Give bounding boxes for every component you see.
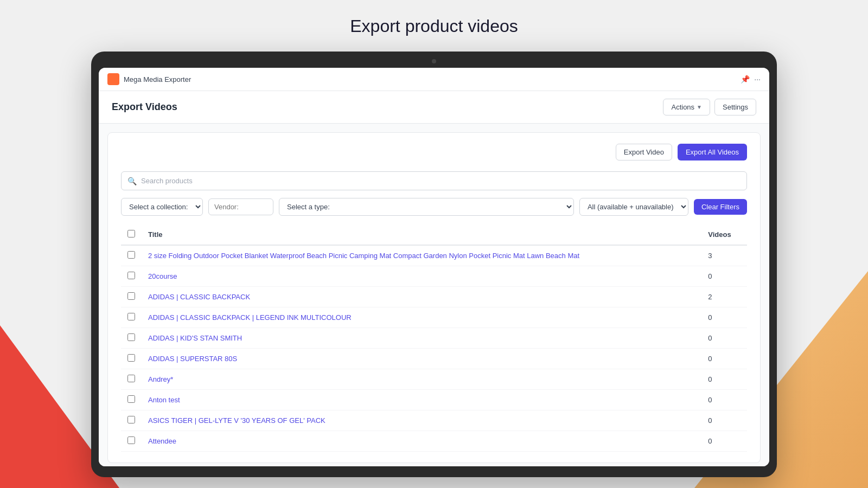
tablet-screen: Mega Media Exporter 📌 ··· Export Videos … <box>99 68 769 466</box>
app-header: Mega Media Exporter 📌 ··· <box>99 68 769 91</box>
product-title-cell: ADIDAS | CLASSIC BACKPACK <box>142 287 701 307</box>
more-options-icon[interactable]: ··· <box>754 75 761 84</box>
product-videos-count: 0 <box>701 410 747 431</box>
header-buttons: Actions ▼ Settings <box>663 99 756 115</box>
product-title-link[interactable]: ADIDAS | KID'S STAN SMITH <box>148 334 242 342</box>
main-content-card: Export Video Export All Videos 🔍 Select … <box>107 132 761 463</box>
product-title-cell: ASICS TIGER | GEL-LYTE V '30 YEARS OF GE… <box>142 410 701 431</box>
row-checkbox[interactable] <box>127 395 135 403</box>
table-row: 20course0 <box>121 266 747 287</box>
table-row: Attendee0 <box>121 431 747 452</box>
product-videos-count: 0 <box>701 390 747 410</box>
product-title-link[interactable]: 2 size Folding Outdoor Pocket Blanket Wa… <box>148 252 579 260</box>
product-videos-count: 0 <box>701 307 747 328</box>
product-title-cell: 2 size Folding Outdoor Pocket Blanket Wa… <box>142 245 701 266</box>
product-videos-count: 0 <box>701 369 747 390</box>
product-title-link[interactable]: Anton test <box>148 396 180 404</box>
tablet-frame: Mega Media Exporter 📌 ··· Export Videos … <box>91 52 777 477</box>
product-title-link[interactable]: ADIDAS | SUPERSTAR 80S <box>148 355 237 363</box>
app-header-actions: 📌 ··· <box>741 75 761 84</box>
product-videos-count: 3 <box>701 245 747 266</box>
row-checkbox-cell <box>121 266 142 287</box>
row-checkbox-cell <box>121 349 142 369</box>
tablet-camera <box>432 59 436 63</box>
product-title-cell: ADIDAS | KID'S STAN SMITH <box>142 328 701 349</box>
title-column-header: Title <box>142 224 701 245</box>
row-checkbox-cell <box>121 307 142 328</box>
product-title-cell: Attendee <box>142 431 701 452</box>
product-title-link[interactable]: ASICS TIGER | GEL-LYTE V '30 YEARS OF GE… <box>148 416 326 425</box>
export-video-button[interactable]: Export Video <box>616 144 672 160</box>
row-checkbox-cell <box>121 287 142 307</box>
product-videos-count: 0 <box>701 266 747 287</box>
product-videos-count: 0 <box>701 431 747 452</box>
product-title-cell: Anton test <box>142 390 701 410</box>
select-all-checkbox[interactable] <box>127 230 135 237</box>
table-row: Anton test0 <box>121 390 747 410</box>
row-checkbox[interactable] <box>127 416 135 423</box>
select-all-header <box>121 224 142 245</box>
row-checkbox-cell <box>121 328 142 349</box>
table-row: ADIDAS | SUPERSTAR 80S0 <box>121 349 747 369</box>
pin-icon[interactable]: 📌 <box>741 75 750 84</box>
export-videos-heading: Export Videos <box>112 101 177 113</box>
product-title-link[interactable]: ADIDAS | CLASSIC BACKPACK <box>148 293 250 301</box>
table-row: ADIDAS | KID'S STAN SMITH0 <box>121 328 747 349</box>
row-checkbox[interactable] <box>127 292 135 300</box>
export-all-videos-button[interactable]: Export All Videos <box>678 144 747 160</box>
product-videos-count: 0 <box>701 328 747 349</box>
settings-button[interactable]: Settings <box>714 99 756 115</box>
product-title-cell: ADIDAS | CLASSIC BACKPACK | LEGEND INK M… <box>142 307 701 328</box>
product-title-link[interactable]: ADIDAS | CLASSIC BACKPACK | LEGEND INK M… <box>148 313 352 322</box>
row-checkbox[interactable] <box>127 375 135 382</box>
availability-filter[interactable]: All (available + unavailable) Available … <box>579 198 688 216</box>
clear-filters-button[interactable]: Clear Filters <box>694 199 747 215</box>
products-table: Title Videos 2 size Folding Outdoor Pock… <box>121 224 747 452</box>
actions-chevron-icon: ▼ <box>697 104 702 110</box>
table-row: ADIDAS | CLASSIC BACKPACK2 <box>121 287 747 307</box>
product-title-link[interactable]: Attendee <box>148 437 176 445</box>
table-row: Andrey*0 <box>121 369 747 390</box>
search-icon: 🔍 <box>127 177 137 185</box>
vendor-filter[interactable] <box>208 198 273 215</box>
page-title: Export product videos <box>0 0 868 47</box>
table-row: ASICS TIGER | GEL-LYTE V '30 YEARS OF GE… <box>121 410 747 431</box>
product-videos-count: 2 <box>701 287 747 307</box>
row-checkbox-cell <box>121 245 142 266</box>
row-checkbox-cell <box>121 390 142 410</box>
export-buttons-row: Export Video Export All Videos <box>121 144 747 160</box>
product-title-cell: Andrey* <box>142 369 701 390</box>
content-area: Export Videos Actions ▼ Settings Export … <box>99 91 769 466</box>
collection-filter[interactable]: Select a collection: <box>121 198 203 216</box>
videos-column-header: Videos <box>701 224 747 245</box>
product-title-cell: ADIDAS | SUPERSTAR 80S <box>142 349 701 369</box>
table-row: 2 size Folding Outdoor Pocket Blanket Wa… <box>121 245 747 266</box>
product-title-cell: 20course <box>142 266 701 287</box>
row-checkbox[interactable] <box>127 313 135 320</box>
actions-button[interactable]: Actions ▼ <box>663 99 710 115</box>
row-checkbox-cell <box>121 369 142 390</box>
row-checkbox[interactable] <box>127 272 135 279</box>
row-checkbox[interactable] <box>127 333 135 341</box>
type-filter[interactable]: Select a type: <box>279 198 574 216</box>
search-input[interactable] <box>121 171 747 190</box>
product-videos-count: 0 <box>701 349 747 369</box>
row-checkbox[interactable] <box>127 251 135 259</box>
table-row: ADIDAS | CLASSIC BACKPACK | LEGEND INK M… <box>121 307 747 328</box>
search-container: 🔍 <box>121 171 747 190</box>
product-title-link[interactable]: Andrey* <box>148 375 173 383</box>
row-checkbox-cell <box>121 410 142 431</box>
app-name: Mega Media Exporter <box>124 75 741 84</box>
row-checkbox-cell <box>121 431 142 452</box>
product-title-link[interactable]: 20course <box>148 272 177 280</box>
row-checkbox[interactable] <box>127 436 135 444</box>
app-logo <box>107 73 119 85</box>
filters-row: Select a collection: Select a type: All … <box>121 198 747 216</box>
row-checkbox[interactable] <box>127 354 135 362</box>
page-header-bar: Export Videos Actions ▼ Settings <box>99 91 769 124</box>
